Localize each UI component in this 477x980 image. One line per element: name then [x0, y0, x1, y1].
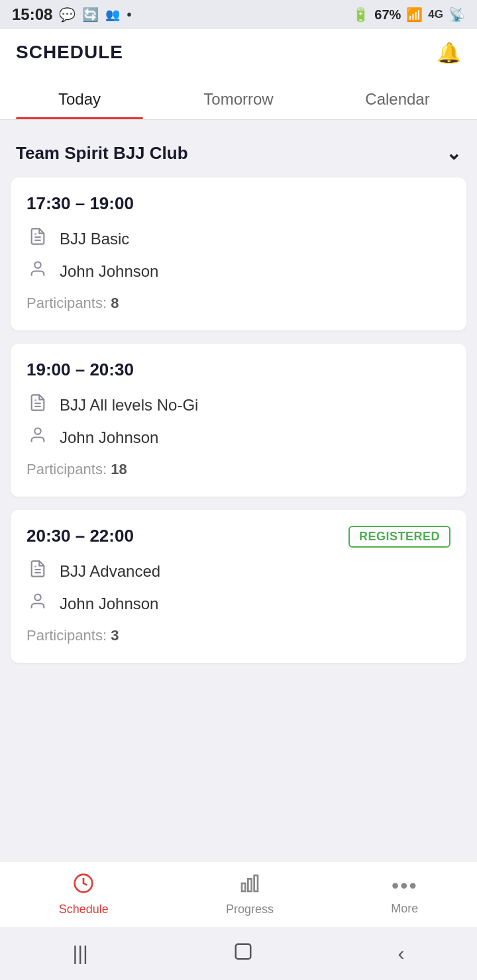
notification-bell-icon[interactable]: 🔔: [437, 41, 461, 64]
participants-count-2: 18: [111, 461, 127, 477]
schedule-icon: [73, 873, 94, 899]
chevron-down-icon[interactable]: ⌄: [446, 142, 461, 164]
instructor-icon-3: [26, 592, 49, 615]
teams-icon: 👥: [105, 7, 120, 22]
page-title: SCHEDULE: [16, 42, 123, 63]
class-card-1[interactable]: 17:30 – 19:00 BJJ Basic John Joh: [11, 177, 466, 330]
bottom-nav: Schedule Progress ••• More: [0, 861, 477, 927]
class-name-row-3: BJJ Advanced: [26, 560, 450, 583]
club-header: Team Spirit BJJ Club ⌄: [11, 136, 466, 177]
club-name: Team Spirit BJJ Club: [16, 143, 188, 164]
android-nav-bar: ||| ‹: [0, 927, 477, 980]
instructor-row-1: John Johnson: [26, 260, 450, 283]
participants-1: Participants: 8: [26, 295, 450, 312]
participants-2: Participants: 18: [26, 461, 450, 478]
document-icon-1: [26, 227, 49, 250]
instructor-name-2: John Johnson: [60, 428, 158, 447]
class-name-2: BJJ All levels No-Gi: [60, 396, 198, 415]
class-time-2: 19:00 – 20:30: [26, 360, 450, 380]
signal-icon: 📡: [449, 7, 465, 23]
participants-count-1: 8: [111, 295, 119, 311]
class-name-row-1: BJJ Basic: [26, 227, 450, 250]
dot-icon: •: [127, 7, 131, 23]
instructor-name-3: John Johnson: [60, 595, 158, 613]
instructor-icon-1: [26, 260, 49, 283]
battery-icon: 🔋: [352, 7, 369, 23]
registered-badge: REGISTERED: [348, 526, 450, 548]
svg-rect-15: [254, 875, 258, 891]
android-back-icon[interactable]: ‹: [398, 942, 405, 965]
nav-more[interactable]: ••• More: [391, 873, 418, 916]
main-content: Team Spirit BJJ Club ⌄ 17:30 – 19:00 BJJ…: [0, 120, 477, 862]
tab-tomorrow[interactable]: Tomorrow: [159, 75, 318, 119]
status-bar: 15:08 💬 🔄 👥 • 🔋 67% 📶 4G 📡: [0, 0, 477, 29]
progress-icon: [239, 873, 260, 899]
instructor-icon-2: [26, 426, 49, 449]
tab-today[interactable]: Today: [0, 75, 159, 119]
class-time-1: 17:30 – 19:00: [26, 193, 450, 214]
app-header: SCHEDULE 🔔: [0, 29, 477, 75]
wifi-icon: 📶: [406, 7, 423, 23]
svg-rect-14: [248, 879, 251, 891]
document-icon-3: [26, 560, 49, 583]
more-icon: •••: [392, 873, 418, 898]
instructor-name-1: John Johnson: [60, 262, 158, 281]
nav-progress-label: Progress: [226, 903, 274, 916]
status-time: 15:08: [12, 5, 52, 24]
class-card-2[interactable]: 19:00 – 20:30 BJJ All levels No-Gi: [11, 344, 466, 497]
svg-point-3: [34, 262, 40, 268]
class-name-3: BJJ Advanced: [60, 562, 160, 581]
android-home-icon[interactable]: [233, 942, 253, 966]
svg-point-11: [34, 595, 40, 601]
nav-schedule[interactable]: Schedule: [59, 873, 109, 916]
battery-percent: 67%: [374, 7, 401, 23]
tab-bar: Today Tomorrow Calendar: [0, 75, 477, 120]
nav-schedule-label: Schedule: [59, 903, 109, 916]
4g-icon: 4G: [428, 8, 443, 21]
class-name-row-2: BJJ All levels No-Gi: [26, 393, 450, 416]
tab-calendar[interactable]: Calendar: [318, 75, 477, 119]
whatsapp-icon: 💬: [59, 7, 76, 23]
participants-3: Participants: 3: [26, 627, 450, 644]
svg-point-7: [34, 428, 40, 434]
participants-count-3: 3: [111, 627, 119, 644]
svg-rect-16: [235, 944, 250, 959]
class-name-1: BJJ Basic: [60, 230, 129, 248]
nav-progress[interactable]: Progress: [226, 873, 274, 916]
instructor-row-2: John Johnson: [26, 426, 450, 449]
svg-rect-13: [242, 883, 245, 891]
instructor-row-3: John Johnson: [26, 592, 450, 615]
class-card-3[interactable]: 20:30 – 22:00 REGISTERED BJJ Advanced: [11, 510, 466, 663]
sync-icon: 🔄: [82, 7, 99, 23]
document-icon-2: [26, 393, 49, 416]
nav-more-label: More: [391, 902, 418, 916]
android-menu-icon[interactable]: |||: [72, 942, 87, 965]
